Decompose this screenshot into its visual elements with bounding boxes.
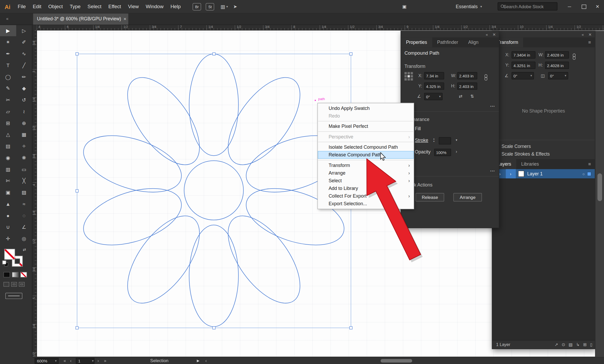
gradient-mode-icon[interactable] (12, 272, 18, 277)
ruler-origin-corner[interactable] (32, 25, 37, 30)
smooth-tool[interactable]: ≈ (16, 198, 32, 210)
x-input[interactable] (512, 53, 535, 57)
w-field[interactable] (457, 72, 477, 80)
zoom-tool[interactable]: ◎ (16, 233, 32, 244)
close-panel-icon[interactable]: ✕ (493, 32, 496, 36)
scale-strokes-label[interactable]: Scale Strokes & Effects (502, 151, 550, 157)
delete-icon[interactable]: ▯ (590, 342, 592, 347)
rotate-field[interactable]: ▾ (424, 93, 443, 100)
hand-tool[interactable]: ✛ (0, 233, 16, 244)
menu-item[interactable]: Edit (29, 0, 45, 13)
context-menu-item[interactable]: Isolate Selected Compound Path (318, 143, 414, 151)
shear-field[interactable]: ▾ (548, 72, 568, 80)
stroke-weight-input[interactable] (439, 138, 451, 143)
release-button[interactable]: Release (416, 193, 444, 202)
stroke-weight-stepper[interactable]: ▴ ▾ (433, 138, 434, 143)
pen-tool[interactable]: ✒ (0, 48, 16, 59)
context-menu-item[interactable]: Add to Library (318, 185, 414, 192)
x-field[interactable] (512, 51, 535, 59)
close-dock-icon[interactable]: ✕ (588, 32, 592, 36)
opacity-options-icon[interactable]: › (456, 149, 457, 154)
bridge-icon[interactable]: Br (193, 3, 201, 10)
column-graph-tool[interactable]: ▥ (0, 163, 16, 175)
stock-icon[interactable]: St (206, 3, 214, 10)
eraser-tool[interactable]: ◆ (16, 82, 32, 94)
eyedropper-tool[interactable]: ✧ (16, 140, 32, 152)
default-fill-stroke-icon[interactable] (2, 260, 8, 266)
curvature-tool[interactable]: ∿ (16, 48, 32, 59)
blob-brush-tool[interactable]: ● (0, 209, 16, 221)
next-artboard-icon[interactable]: › (97, 357, 99, 364)
layers-list[interactable] (492, 178, 595, 340)
flip-horizontal-icon[interactable]: ⇄ (459, 94, 462, 99)
color-mode-icon[interactable] (3, 272, 10, 277)
w-field[interactable] (545, 51, 569, 59)
type-tool[interactable]: T (0, 59, 16, 71)
properties-tab[interactable]: Pathfinder (432, 37, 463, 47)
vertical-ruler[interactable]: 3/431/41/23/441/41/23/451/41/2 (32, 30, 37, 357)
menu-item[interactable]: Help (167, 0, 184, 13)
minimize-button[interactable]: ─ (565, 0, 572, 13)
x-input[interactable] (424, 73, 444, 78)
zoom-input[interactable] (35, 358, 51, 363)
symbol-sprayer-tool[interactable]: ❋ (16, 152, 32, 164)
first-artboard-icon[interactable]: « (64, 357, 66, 364)
new-layer-icon[interactable]: ⊞ (583, 342, 587, 347)
context-menu-item[interactable]: Select › (318, 177, 414, 184)
opacity-field[interactable] (434, 149, 451, 156)
context-menu-item[interactable]: Make Pixel Perfect (318, 123, 414, 130)
arrange-documents-icon[interactable]: ▥ (221, 4, 225, 10)
scroll-left-icon[interactable]: ‹ (205, 357, 207, 364)
opacity-label[interactable]: Opacity (415, 149, 430, 154)
expand-layer-icon[interactable]: › (499, 171, 500, 176)
h-field[interactable] (545, 62, 569, 69)
context-menu-item[interactable]: Arrange › (318, 169, 414, 177)
h-input[interactable] (545, 63, 569, 68)
context-menu-item[interactable]: Collect For Export › (318, 192, 414, 200)
context-menu-item[interactable]: Release Compound Path (318, 151, 414, 159)
live-paint-bucket-tool[interactable]: ▣ (0, 186, 16, 198)
artboard-number-input[interactable] (76, 358, 92, 363)
close-tab-icon[interactable]: ✕ (121, 16, 129, 21)
collapse-panel-icon[interactable]: « (486, 32, 488, 36)
paintbrush-tool[interactable]: ✏ (16, 71, 32, 82)
context-menu-item[interactable]: Transform › (318, 161, 414, 169)
blend-tool[interactable]: ◉ (0, 152, 16, 164)
width-tool[interactable]: ≀ (16, 106, 32, 117)
selection-handles[interactable] (76, 53, 352, 329)
h-field[interactable] (457, 82, 477, 90)
flower-path[interactable] (77, 54, 351, 327)
flip-vertical-icon[interactable]: ⇅ (470, 94, 474, 99)
y-input[interactable] (512, 63, 535, 68)
collapse-toolbar-icon[interactable]: « (4, 16, 11, 21)
scissors-tool[interactable]: ✂ (0, 94, 16, 106)
spin-up-icon[interactable]: ▴ (433, 138, 434, 140)
collect-for-export-icon[interactable]: ↗ (555, 342, 558, 347)
ellipse-tool[interactable]: ◯ (0, 71, 16, 82)
magic-wand-tool[interactable]: ✶ (0, 36, 16, 48)
scale-corners-label[interactable]: Scale Corners (502, 144, 531, 149)
more-options-icon[interactable]: ••• (490, 104, 495, 108)
rotate-tool[interactable]: ↺ (16, 94, 32, 106)
layers-menu-icon[interactable]: ≡ (584, 159, 595, 169)
dock-scrollbar-thumb[interactable] (597, 173, 602, 201)
new-sublayer-icon[interactable]: ↳ (576, 342, 579, 347)
h-input[interactable] (458, 84, 477, 88)
draw-inside-icon[interactable] (19, 282, 25, 287)
shape-builder-tool[interactable]: ⊕ (16, 117, 32, 129)
collapsed-dock-strip[interactable] (595, 31, 604, 357)
panel-menu-icon[interactable]: ≡ (584, 37, 595, 47)
x-field[interactable] (424, 72, 444, 80)
collapse-dock-icon[interactable]: « (582, 32, 584, 36)
fill-label[interactable]: Fill (415, 126, 421, 131)
opacity-input[interactable] (434, 150, 451, 155)
stroke-label[interactable]: Stroke (415, 138, 428, 143)
constrain-proportions-icon[interactable] (484, 74, 488, 82)
workspace-switcher-icon[interactable]: ▣ (402, 0, 407, 13)
layer-name[interactable]: Layer 1 (527, 171, 542, 176)
horizontal-ruler[interactable]: 461/41/23/471/41/23/481/41/23/491/41/23/… (37, 25, 604, 30)
y-field[interactable] (424, 82, 444, 90)
context-menu-item[interactable]: Perspective › (318, 133, 414, 141)
shear-input[interactable] (549, 73, 565, 78)
horizontal-scrollbar-thumb[interactable] (381, 359, 412, 362)
